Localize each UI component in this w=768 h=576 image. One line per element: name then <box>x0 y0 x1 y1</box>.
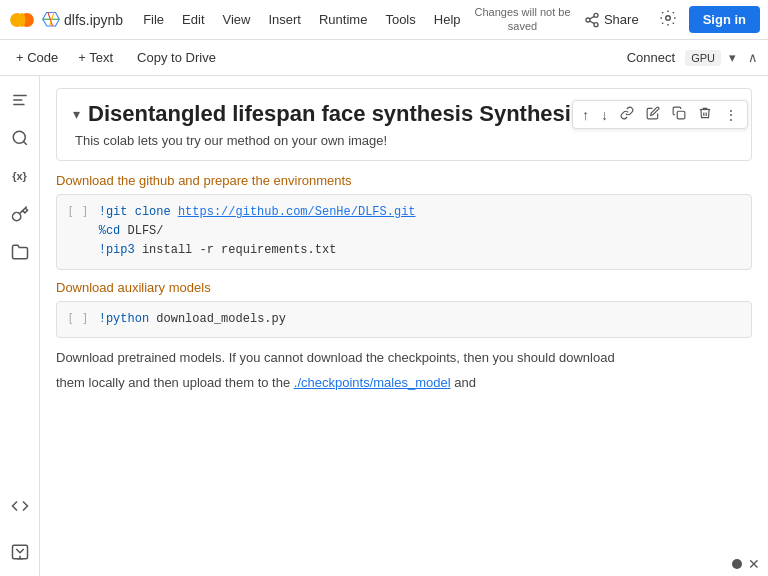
drive-icon <box>42 11 60 29</box>
status-dot <box>732 559 742 569</box>
menu-edit[interactable]: Edit <box>174 8 212 31</box>
share-icon <box>584 12 600 28</box>
topbar-right: Share Sign in <box>576 5 760 34</box>
trash-icon <box>698 106 712 120</box>
sidebar-files-icon[interactable] <box>4 236 36 268</box>
code-cell-2-inner: [ ] !python download_models.py <box>57 302 751 337</box>
add-code-button[interactable]: + Code <box>6 46 68 69</box>
collapse-arrow-button[interactable]: ▾ <box>73 106 80 122</box>
sidebar-code-icon[interactable] <box>4 490 36 522</box>
unsaved-message: Changes will not be saved <box>475 6 571 32</box>
menu-view[interactable]: View <box>215 8 259 31</box>
menu-insert[interactable]: Insert <box>260 8 309 31</box>
section-2: Download auxiliary models [ ] !python do… <box>56 280 752 338</box>
svg-point-13 <box>13 131 25 143</box>
checkpoints-link[interactable]: ./checkpoints/males_model <box>294 375 451 390</box>
settings-button[interactable] <box>655 5 681 34</box>
delete-cell-button[interactable] <box>693 103 717 126</box>
menu-tools[interactable]: Tools <box>377 8 423 31</box>
copy-icon <box>672 106 686 120</box>
folder-icon <box>11 243 29 261</box>
sidebar-variables-icon[interactable]: {x} <box>4 160 36 192</box>
svg-point-4 <box>586 18 590 22</box>
gpu-badge: GPU <box>685 50 721 66</box>
bottom-text-2: them locally and then upload them to the… <box>56 373 752 393</box>
sidebar-toc-icon[interactable] <box>4 84 36 116</box>
key-icon <box>11 205 29 223</box>
sidebar-search-icon[interactable] <box>4 122 36 154</box>
code-icon <box>11 497 29 515</box>
main-area: {x} ▾ Disen <box>0 76 768 576</box>
status-close-button[interactable]: ✕ <box>748 556 760 572</box>
sidebar-terminal-icon[interactable] <box>4 536 36 568</box>
status-bar: ✕ <box>724 552 768 576</box>
cell-toolbar: ↑ ↓ ⋮ <box>572 100 748 129</box>
svg-point-3 <box>594 13 598 17</box>
signin-button[interactable]: Sign in <box>689 6 760 33</box>
top-bar: dlfs.ipynb File Edit View Insert Runtime… <box>0 0 768 40</box>
copy-to-drive-button[interactable]: Copy to Drive <box>127 46 226 69</box>
connect-button[interactable]: Connect <box>621 46 681 69</box>
sidebar: {x} <box>0 76 40 576</box>
menu-help[interactable]: Help <box>426 8 469 31</box>
more-options-button[interactable]: ⋮ <box>719 104 743 126</box>
section-2-label: Download auxiliary models <box>56 280 752 295</box>
notebook-title: dlfs.ipynb <box>64 12 123 28</box>
code-cell-1-inner: [ ] !git clone https://github.com/SenHe/… <box>57 195 751 269</box>
code-cell-1: [ ] !git clone https://github.com/SenHe/… <box>56 194 752 270</box>
share-button[interactable]: Share <box>576 8 647 32</box>
link-icon <box>620 106 634 120</box>
bottom-text-1: Download pretrained models. If you canno… <box>56 348 752 368</box>
search-icon <box>11 129 29 147</box>
link-button[interactable] <box>615 103 639 126</box>
run-indicator-2[interactable]: [ ] <box>67 312 89 326</box>
run-indicator-1[interactable]: [ ] <box>67 205 89 219</box>
pencil-icon <box>646 106 660 120</box>
cell-description: This colab lets you try our method on yo… <box>75 133 735 148</box>
add-text-button[interactable]: + Text <box>68 46 123 69</box>
section-1-label: Download the github and prepare the envi… <box>56 173 752 188</box>
gear-icon <box>659 9 677 27</box>
menu-runtime[interactable]: Runtime <box>311 8 375 31</box>
code-content-2[interactable]: !python download_models.py <box>99 310 286 329</box>
collapse-toolbar-button[interactable]: ∧ <box>744 46 762 69</box>
svg-point-8 <box>665 16 670 21</box>
notebook-content: ▾ Disentangled lifespan face synthesis S… <box>40 76 768 576</box>
section-1: Download the github and prepare the envi… <box>56 173 752 270</box>
toc-icon <box>11 91 29 109</box>
notebook-heading: Disentangled lifespan face synthesis Syn… <box>88 101 650 127</box>
toolbar2-right: Connect GPU ▾ ∧ <box>621 46 762 69</box>
copy-cell-button[interactable] <box>667 103 691 126</box>
svg-point-5 <box>594 22 598 26</box>
menu-file[interactable]: File <box>135 8 172 31</box>
move-up-button[interactable]: ↑ <box>577 104 594 126</box>
menu-bar: File Edit View Insert Runtime Tools Help… <box>135 6 576 32</box>
variables-label: {x} <box>12 170 27 182</box>
edit-button[interactable] <box>641 103 665 126</box>
runtime-dropdown-button[interactable]: ▾ <box>725 46 740 69</box>
terminal-icon <box>11 543 29 561</box>
code-cell-2: [ ] !python download_models.py <box>56 301 752 338</box>
svg-rect-9 <box>677 111 685 119</box>
svg-point-2 <box>19 13 26 27</box>
move-down-button[interactable]: ↓ <box>596 104 613 126</box>
svg-line-14 <box>23 141 26 144</box>
colab-logo <box>8 6 36 34</box>
sidebar-secrets-icon[interactable] <box>4 198 36 230</box>
svg-line-7 <box>590 16 595 19</box>
code-content-1[interactable]: !git clone https://github.com/SenHe/DLFS… <box>99 203 416 261</box>
svg-line-6 <box>590 21 595 24</box>
bottom-prose: Download pretrained models. If you canno… <box>56 348 752 393</box>
secondary-toolbar: + Code + Text Copy to Drive Connect GPU … <box>0 40 768 76</box>
